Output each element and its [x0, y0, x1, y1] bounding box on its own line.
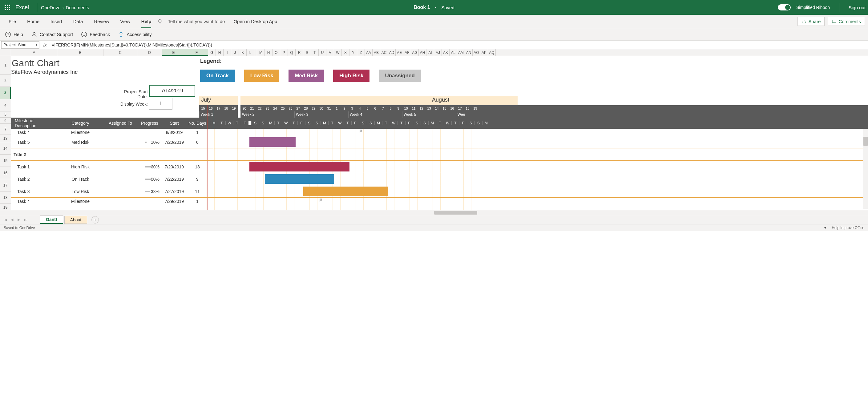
comments-button[interactable]: Comments [828, 17, 865, 26]
fx-icon[interactable]: fx [41, 41, 49, 49]
add-sheet-button[interactable]: + [91, 216, 99, 224]
ribbon-tab-view[interactable]: View [115, 15, 136, 28]
vertical-scrollbar[interactable] [863, 129, 868, 209]
col-header[interactable]: V [327, 49, 334, 56]
breadcrumb-onedrive[interactable]: OneDrive [41, 5, 60, 10]
col-header[interactable]: I [223, 49, 231, 56]
col-header[interactable]: AH [419, 49, 427, 56]
ribbon-tab-home[interactable]: Home [22, 15, 45, 28]
row-header[interactable]: 2 [0, 74, 11, 87]
row-header[interactable]: 14 [0, 142, 11, 155]
col-header[interactable]: N [265, 49, 273, 56]
table-row[interactable]: Title 2 [11, 149, 868, 161]
col-header[interactable]: W [334, 49, 342, 56]
col-header[interactable]: AG [411, 49, 419, 56]
share-button[interactable]: Share [798, 17, 825, 26]
scroll-thumb[interactable] [863, 137, 868, 146]
table-row[interactable]: Task 5Med Risk10%7/20/20196 [11, 136, 868, 149]
col-header[interactable]: AE [396, 49, 403, 56]
col-header[interactable]: K [239, 49, 247, 56]
col-header[interactable]: AD [388, 49, 396, 56]
help-button[interactable]: Help [5, 31, 23, 38]
tab-nav-last[interactable]: ⏭ [23, 217, 28, 223]
col-header[interactable]: AL [450, 49, 457, 56]
row-header[interactable]: 15 [0, 155, 11, 167]
col-header[interactable]: AQ [488, 49, 496, 56]
row-header[interactable]: 5 [0, 111, 11, 118]
col-header[interactable]: AB [373, 49, 380, 56]
col-header[interactable]: B [57, 49, 103, 56]
contact-support-button[interactable]: Contact Support [31, 31, 73, 38]
col-header[interactable]: S [303, 49, 311, 56]
col-header[interactable] [254, 49, 257, 56]
scroll-thumb[interactable] [434, 211, 477, 215]
table-row[interactable]: Task 2On Track50%7/22/20199 [11, 173, 868, 185]
ribbon-tab-help[interactable]: Help [136, 15, 157, 28]
col-header[interactable]: D [137, 49, 162, 56]
col-header[interactable]: AC [380, 49, 388, 56]
col-header[interactable]: M [257, 49, 265, 56]
col-header[interactable]: AJ [434, 49, 442, 56]
col-header[interactable]: Q [288, 49, 296, 56]
row-header[interactable]: 18 [0, 192, 11, 204]
col-header[interactable]: AP [480, 49, 488, 56]
col-header[interactable]: H [216, 49, 223, 56]
sheet-tab-about[interactable]: About [64, 216, 88, 224]
formula-input[interactable]: =IFERROR(IF(MIN(Milestones[Start])=0,TOD… [49, 42, 868, 47]
accessibility-button[interactable]: Accessibility [118, 31, 152, 38]
row-header[interactable]: 16 [0, 167, 11, 179]
tab-nav-prev[interactable]: ◀ [9, 217, 15, 223]
col-header[interactable]: A [11, 49, 57, 56]
col-header[interactable]: F [185, 49, 208, 56]
col-header[interactable]: Z [357, 49, 365, 56]
horizontal-scrollbar[interactable] [0, 210, 868, 215]
tell-me-input[interactable]: Tell me what you want to do [168, 19, 225, 24]
col-header[interactable]: AI [427, 49, 434, 56]
col-header[interactable]: G [208, 49, 216, 56]
sheet-tab-gantt[interactable]: Gantt [40, 216, 63, 224]
col-header[interactable]: L [247, 49, 254, 56]
col-header[interactable]: P [280, 49, 288, 56]
col-header[interactable]: E [162, 49, 185, 56]
app-name[interactable]: Excel [16, 4, 29, 11]
col-header[interactable]: AF [403, 49, 411, 56]
row-header[interactable]: 17 [0, 179, 11, 192]
row-header[interactable]: 6 [0, 118, 11, 124]
open-desktop-link[interactable]: Open in Desktop App [234, 19, 277, 24]
col-header[interactable]: AK [442, 49, 450, 56]
col-header[interactable]: J [231, 49, 239, 56]
col-header[interactable]: O [273, 49, 280, 56]
simplified-ribbon-toggle[interactable] [778, 4, 791, 10]
col-header[interactable]: U [319, 49, 327, 56]
app-launcher-icon[interactable] [2, 2, 12, 12]
dropdown-icon[interactable]: ▾ [36, 43, 37, 46]
col-header[interactable]: AN [465, 49, 473, 56]
row-header[interactable]: 13 [0, 135, 11, 142]
col-header[interactable]: Y [349, 49, 357, 56]
breadcrumb-documents[interactable]: Documents [66, 5, 89, 10]
col-header[interactable]: T [311, 49, 319, 56]
col-header[interactable]: C [103, 49, 137, 56]
col-header[interactable]: R [296, 49, 303, 56]
document-title[interactable]: Book 1 [413, 5, 430, 10]
name-box[interactable]: Project_Start ▾ [1, 41, 39, 49]
display-week-cell[interactable]: 1 [149, 98, 173, 109]
row-header[interactable]: 7 [0, 124, 11, 135]
ribbon-tab-data[interactable]: Data [68, 15, 89, 28]
help-improve-link[interactable]: Help Improve Office [832, 226, 864, 230]
ribbon-tab-insert[interactable]: Insert [45, 15, 68, 28]
ribbon-tab-review[interactable]: Review [88, 15, 115, 28]
project-start-cell[interactable]: 7/14/2019 [149, 85, 195, 97]
signout-link[interactable]: Sign out [848, 5, 866, 10]
row-header[interactable]: 4 [0, 99, 11, 111]
table-row[interactable]: Task 4Milestone8/3/20191 [11, 129, 868, 136]
table-row[interactable]: Task 3Low Risk33%7/27/201911 [11, 185, 868, 198]
select-all-corner[interactable] [0, 49, 11, 56]
table-row[interactable]: Task 1High Risk60%7/20/201913 [11, 161, 868, 173]
tab-nav-first[interactable]: ⏮ [2, 217, 8, 223]
row-header[interactable]: 1 [0, 56, 11, 74]
row-header[interactable]: 3 [0, 87, 11, 99]
tab-nav-next[interactable]: ▶ [16, 217, 22, 223]
feedback-button[interactable]: Feedback [81, 31, 110, 38]
spreadsheet-grid[interactable]: 123456713141516171819 Gantt Chart SiteFl… [0, 56, 868, 210]
